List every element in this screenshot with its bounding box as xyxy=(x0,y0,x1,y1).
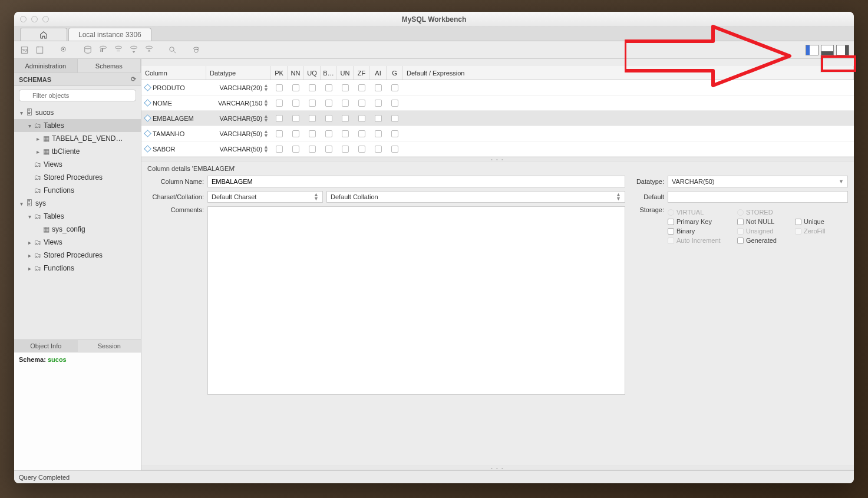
filter-objects-input[interactable] xyxy=(19,90,136,101)
input-default[interactable] xyxy=(668,191,848,203)
toggle-secondary-sidebar-button[interactable] xyxy=(836,45,849,55)
grid-checkbox[interactable] xyxy=(325,115,332,122)
tree-sucos-tables[interactable]: ▾🗂Tables xyxy=(14,119,141,132)
column-row[interactable]: SABORVARCHAR(50)▲▼ xyxy=(141,141,854,157)
db-export-icon[interactable] xyxy=(127,44,140,57)
tree-sucos-fn[interactable]: 🗂Functions xyxy=(14,184,141,197)
grid-header-column[interactable]: Column xyxy=(141,66,206,80)
datatype-cell[interactable]: VARCHAR(150▲▼ xyxy=(218,99,269,107)
grid-checkbox[interactable] xyxy=(342,146,349,153)
tree-sys-tables[interactable]: ▾🗂Tables xyxy=(14,210,141,223)
grid-checkbox[interactable] xyxy=(309,146,316,153)
db-users-icon[interactable] xyxy=(81,44,94,57)
grid-checkbox[interactable] xyxy=(391,100,398,107)
splitter-handle[interactable]: • • • xyxy=(141,157,854,161)
grid-header-ai[interactable]: AI xyxy=(370,66,387,80)
connection-tab[interactable]: Local instance 3306 xyxy=(68,28,151,41)
grid-header-g[interactable]: G xyxy=(387,66,403,80)
toggle-sidebar-button[interactable] xyxy=(806,45,819,55)
reconnect-icon[interactable] xyxy=(190,44,203,57)
grid-checkbox[interactable] xyxy=(309,115,316,122)
db-status-icon[interactable] xyxy=(97,44,110,57)
grid-checkbox[interactable] xyxy=(325,84,332,91)
grid-checkbox[interactable] xyxy=(292,146,299,153)
column-row[interactable]: PRODUTOVARCHAR(20)▲▼ xyxy=(141,80,854,95)
grid-checkbox[interactable] xyxy=(375,146,382,153)
datatype-cell[interactable]: VARCHAR(20)▲▼ xyxy=(220,84,269,92)
input-comments[interactable] xyxy=(207,206,625,395)
column-row[interactable]: NOMEVARCHAR(150▲▼ xyxy=(141,95,854,111)
grid-checkbox[interactable] xyxy=(391,146,398,153)
grid-checkbox[interactable] xyxy=(292,84,299,91)
grid-checkbox[interactable] xyxy=(276,84,283,91)
sidebar-tab-administration[interactable]: Administration xyxy=(14,59,78,72)
select-collation[interactable]: Default Collation▲▼ xyxy=(326,191,625,203)
grid-header-default[interactable]: Default / Expression xyxy=(403,66,854,80)
inspector-icon[interactable] xyxy=(58,44,71,57)
grid-checkbox[interactable] xyxy=(375,130,382,137)
input-column-name[interactable] xyxy=(207,176,625,187)
grid-checkbox[interactable] xyxy=(358,115,365,122)
grid-checkbox[interactable] xyxy=(292,115,299,122)
grid-checkbox[interactable] xyxy=(391,115,398,122)
select-datatype[interactable]: VARCHAR(50)▼ xyxy=(668,176,848,187)
grid-checkbox[interactable] xyxy=(375,84,382,91)
grid-header-nn[interactable]: NN xyxy=(288,66,304,80)
grid-checkbox[interactable] xyxy=(358,146,365,153)
minimize-icon[interactable] xyxy=(31,16,38,22)
grid-header-pk[interactable]: PK xyxy=(271,66,288,80)
datatype-cell[interactable]: VARCHAR(50)▲▼ xyxy=(220,130,269,138)
grid-checkbox[interactable] xyxy=(325,130,332,137)
check-unique[interactable]: Unique xyxy=(795,218,848,225)
zoom-icon[interactable] xyxy=(42,16,49,22)
check-generated[interactable]: Generated xyxy=(737,237,790,244)
grid-checkbox[interactable] xyxy=(391,84,398,91)
tree-table-sysconfig[interactable]: ▦sys_config xyxy=(14,223,141,236)
sidebar-tab-schemas[interactable]: Schemas xyxy=(78,59,141,72)
grid-checkbox[interactable] xyxy=(292,130,299,137)
grid-checkbox[interactable] xyxy=(276,100,283,107)
grid-header-datatype[interactable]: Datatype xyxy=(206,66,271,80)
grid-checkbox[interactable] xyxy=(309,84,316,91)
db-connections-icon[interactable] xyxy=(112,44,125,57)
open-sql-file-icon[interactable] xyxy=(34,44,47,57)
check-binary[interactable]: Binary xyxy=(668,227,732,235)
grid-checkbox[interactable] xyxy=(309,130,316,137)
close-icon[interactable] xyxy=(20,16,27,22)
grid-checkbox[interactable] xyxy=(325,100,332,107)
select-charset[interactable]: Default Charset▲▼ xyxy=(207,191,323,203)
grid-checkbox[interactable] xyxy=(342,115,349,122)
home-tab[interactable] xyxy=(20,28,67,41)
datatype-cell[interactable]: VARCHAR(50)▲▼ xyxy=(220,114,269,123)
grid-checkbox[interactable] xyxy=(342,84,349,91)
tree-sucos-sp[interactable]: 🗂Stored Procedures xyxy=(14,171,141,184)
tree-db-sys[interactable]: ▾🗄sys xyxy=(14,197,141,210)
object-info-tab[interactable]: Object Info xyxy=(14,340,78,352)
tree-table-tbcliente[interactable]: ▸▦tbCliente xyxy=(14,145,141,158)
new-sql-tab-icon[interactable]: SQL xyxy=(19,44,32,57)
grid-checkbox[interactable] xyxy=(276,146,283,153)
column-row[interactable]: EMBALAGEMVARCHAR(50)▲▼ xyxy=(141,111,854,126)
check-primary-key[interactable]: Primary Key xyxy=(668,218,732,225)
tree-sys-fn[interactable]: ▸🗂Functions xyxy=(14,262,141,275)
refresh-schemas-icon[interactable]: ⟳ xyxy=(131,75,136,83)
grid-checkbox[interactable] xyxy=(375,115,382,122)
tree-sys-sp[interactable]: ▸🗂Stored Procedures xyxy=(14,249,141,262)
grid-checkbox[interactable] xyxy=(276,115,283,122)
grid-checkbox[interactable] xyxy=(375,100,382,107)
tree-sys-views[interactable]: ▸🗂Views xyxy=(14,236,141,249)
grid-checkbox[interactable] xyxy=(358,84,365,91)
grid-header-bin[interactable]: B… xyxy=(321,66,337,80)
datatype-cell[interactable]: VARCHAR(50)▲▼ xyxy=(220,145,269,153)
grid-header-zf[interactable]: ZF xyxy=(354,66,370,80)
grid-checkbox[interactable] xyxy=(358,130,365,137)
toggle-output-button[interactable] xyxy=(821,45,834,55)
grid-checkbox[interactable] xyxy=(342,100,349,107)
grid-checkbox[interactable] xyxy=(292,100,299,107)
search-icon[interactable] xyxy=(166,44,179,57)
grid-checkbox[interactable] xyxy=(342,130,349,137)
grid-checkbox[interactable] xyxy=(276,130,283,137)
grid-checkbox[interactable] xyxy=(358,100,365,107)
grid-header-un[interactable]: UN xyxy=(337,66,354,80)
check-not-null[interactable]: Not NULL xyxy=(737,218,790,225)
